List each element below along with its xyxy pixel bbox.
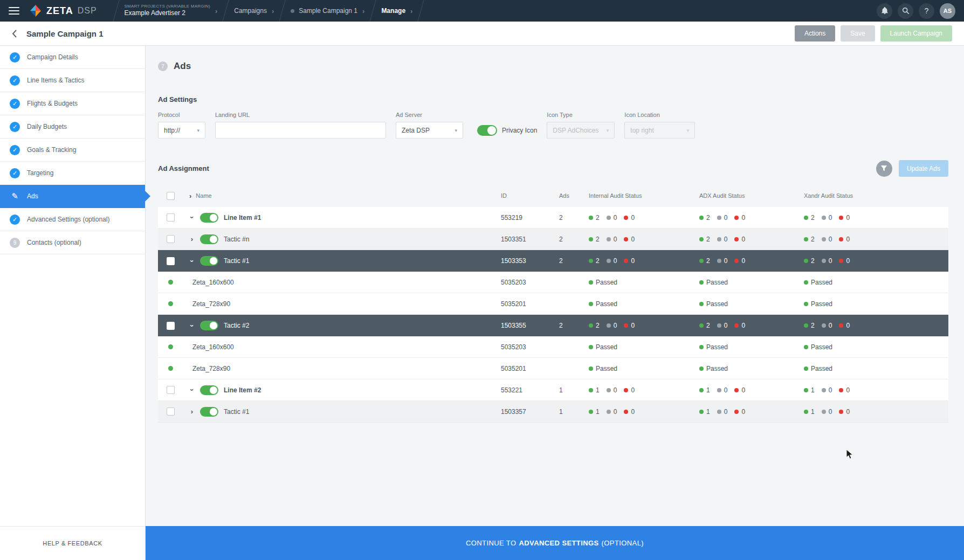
continue-to-advanced-settings-button[interactable]: CONTINUE TO ADVANCED SETTINGS (OPTIONAL) xyxy=(146,526,964,560)
audit-pair: Passed xyxy=(589,279,617,286)
help-feedback-link[interactable]: HELP & FEEDBACK xyxy=(0,526,145,560)
ad-settings-section: Ad Settings Protocol http:// ▾ Landing U… xyxy=(158,95,948,139)
status-dot xyxy=(804,410,808,414)
header-buttons: Actions Save Launch Campaign xyxy=(795,25,952,42)
chevron-down-icon[interactable]: › xyxy=(188,323,196,328)
tactic-row[interactable]: ›Tactic #115033532200200200 xyxy=(158,250,948,272)
campaign-status-dot xyxy=(291,9,294,13)
protocol-value: http:// xyxy=(164,127,180,134)
sidebar-item-goals-tracking[interactable]: ✓Goals & Tracking xyxy=(0,139,145,162)
breadcrumb-campaign[interactable]: Sample Campaign 1 xyxy=(291,7,357,15)
row-checkbox[interactable] xyxy=(167,257,175,265)
audit-status-cell: Passed xyxy=(589,300,699,308)
tactic-row[interactable]: ›Tactic #215033552200200200 xyxy=(158,315,948,336)
user-avatar[interactable]: AS xyxy=(940,3,955,19)
sidebar-item-contacts-optional[interactable]: 9Contacts (optional) xyxy=(0,231,145,254)
breadcrumb-campaigns[interactable]: Campaigns xyxy=(234,7,267,15)
ad-row[interactable]: Zeta_728x905035201PassedPassedPassed xyxy=(158,293,948,315)
column-header-xandr-audit[interactable]: Xandr Audit Status xyxy=(804,192,948,199)
column-header-id[interactable]: ID xyxy=(501,192,559,199)
notifications-button[interactable] xyxy=(877,3,892,19)
row-enabled-toggle[interactable] xyxy=(200,256,218,266)
column-header-name[interactable]: Name xyxy=(196,192,211,199)
sidebar-item-ads[interactable]: ✎Ads xyxy=(0,185,145,208)
row-name: Tactic #1 xyxy=(224,257,249,265)
audit-count: 0 xyxy=(724,386,728,394)
ad-row[interactable]: Zeta_160x6005035203PassedPassedPassed xyxy=(158,272,948,293)
chevron-down-icon[interactable]: › xyxy=(188,258,196,264)
search-button[interactable] xyxy=(898,3,913,19)
row-checkbox[interactable] xyxy=(167,386,175,394)
row-enabled-toggle[interactable] xyxy=(200,407,218,417)
status-dot xyxy=(589,345,593,349)
sidebar-item-advanced-settings-optional[interactable]: ✓Advanced Settings (optional) xyxy=(0,208,145,231)
audit-status-cell: 200 xyxy=(699,214,804,222)
line-item-row[interactable]: ›Line Item #25532211100100100 xyxy=(158,379,948,401)
row-enabled-toggle[interactable] xyxy=(200,321,218,330)
row-checkbox[interactable] xyxy=(167,322,175,330)
column-header-ads[interactable]: Ads xyxy=(559,192,589,199)
actions-button[interactable]: Actions xyxy=(795,25,835,42)
row-checkbox[interactable] xyxy=(167,213,175,222)
protocol-select[interactable]: http:// ▾ xyxy=(158,122,205,139)
sidebar-item-flights-budgets[interactable]: ✓Flights & Budgets xyxy=(0,92,145,115)
row-checkbox[interactable] xyxy=(167,407,175,416)
tactic-row[interactable]: ›Tactic #n15033512200200200 xyxy=(158,229,948,250)
breadcrumb-advertiser[interactable]: SMART PROJECTS (VARIABLE MARGIN) Example… xyxy=(125,4,210,18)
row-select-cell xyxy=(158,301,183,306)
audit-count: 0 xyxy=(724,322,728,329)
chevron-right-icon[interactable]: › xyxy=(189,407,195,416)
column-header-internal-audit[interactable]: Internal Audit Status xyxy=(589,192,699,199)
filter-button[interactable] xyxy=(876,161,892,177)
sidebar-item-targeting[interactable]: ✓Targeting xyxy=(0,162,145,185)
brand-logo[interactable]: ZETA DSP xyxy=(29,4,97,17)
menu-icon[interactable] xyxy=(9,7,19,15)
launch-campaign-button[interactable]: Launch Campaign xyxy=(880,25,952,42)
row-enabled-toggle[interactable] xyxy=(200,234,218,244)
status-dot xyxy=(804,259,808,263)
tactic-row[interactable]: ›Tactic #115033571100100100 xyxy=(158,401,948,423)
sidebar-item-label: Daily Budgets xyxy=(27,123,67,130)
status-dot xyxy=(699,388,704,392)
row-ads-count: 1 xyxy=(559,408,589,416)
chevron-right-icon[interactable]: › xyxy=(189,192,191,200)
row-name: Tactic #n xyxy=(224,236,249,243)
line-item-row[interactable]: ›Line Item #15532192200200200 xyxy=(158,207,948,229)
row-checkbox[interactable] xyxy=(167,235,175,243)
row-select-cell xyxy=(158,386,183,394)
audit-pair: 0 xyxy=(822,236,832,243)
help-button[interactable]: ? xyxy=(919,3,934,19)
audit-pair: 1 xyxy=(699,408,710,416)
status-dot xyxy=(699,280,704,285)
select-all-checkbox[interactable] xyxy=(167,192,175,200)
privacy-icon-toggle[interactable] xyxy=(477,125,497,136)
audit-status-cell: Passed xyxy=(589,279,699,286)
update-ads-button[interactable]: Update Ads xyxy=(899,160,948,177)
chevron-down-icon[interactable]: › xyxy=(188,215,196,220)
sidebar-item-line-items-tactics[interactable]: ✓Line Items & Tactics xyxy=(0,69,145,92)
name-cell: ›Tactic #n xyxy=(183,234,501,244)
name-cell: ›Tactic #2 xyxy=(183,321,501,330)
audit-pair: 0 xyxy=(734,322,745,329)
sidebar-item-daily-budgets[interactable]: ✓Daily Budgets xyxy=(0,115,145,139)
chevron-right-icon[interactable]: › xyxy=(189,235,195,243)
chevron-down-icon: ▾ xyxy=(607,128,609,133)
back-button[interactable] xyxy=(12,30,17,38)
save-button[interactable]: Save xyxy=(841,25,875,42)
row-enabled-toggle[interactable] xyxy=(200,385,218,395)
audit-count: 0 xyxy=(846,408,850,416)
row-name: Zeta_728x90 xyxy=(192,365,230,372)
ad-row[interactable]: Zeta_728x905035201PassedPassedPassed xyxy=(158,358,948,379)
audit-count: 2 xyxy=(811,322,815,329)
chevron-down-icon[interactable]: › xyxy=(188,388,196,393)
ad-row[interactable]: Zeta_160x6005035203PassedPassedPassed xyxy=(158,336,948,358)
row-select-cell xyxy=(158,235,183,243)
audit-pair: 0 xyxy=(624,408,635,416)
audit-pair: Passed xyxy=(699,365,728,372)
column-header-adx-audit[interactable]: ADX Audit Status xyxy=(699,192,804,199)
breadcrumb-manage[interactable]: Manage xyxy=(381,7,405,15)
ad-server-select[interactable]: Zeta DSP ▾ xyxy=(396,122,463,139)
sidebar-item-campaign-details[interactable]: ✓Campaign Details xyxy=(0,46,145,69)
landing-url-input[interactable] xyxy=(215,122,386,139)
row-enabled-toggle[interactable] xyxy=(200,213,218,223)
